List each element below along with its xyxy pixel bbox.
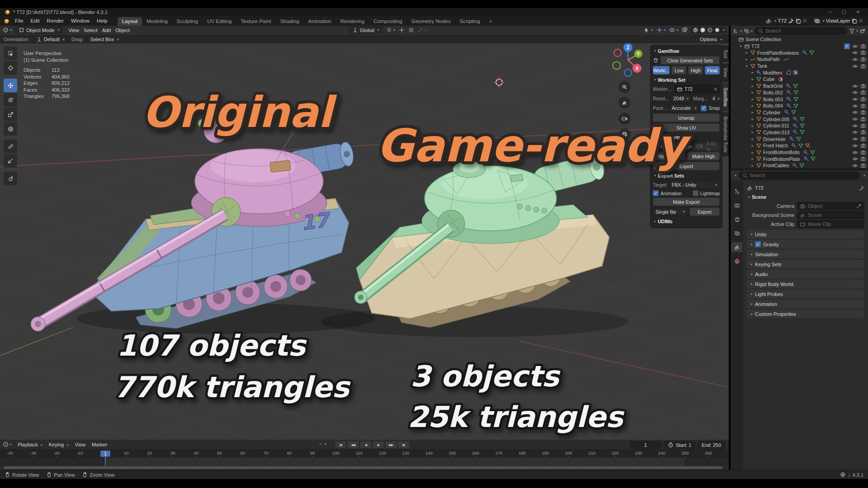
hide-viewport-toggle[interactable] — [852, 150, 858, 155]
outliner-item-bolts-004[interactable]: ▸Bolts.004 — [731, 103, 868, 109]
export-button[interactable]: Export — [689, 207, 720, 216]
viewport-menu-add[interactable]: Add — [100, 28, 113, 33]
shading-wireframe-button[interactable] — [693, 27, 698, 33]
properties-tab-view-layer[interactable] — [731, 228, 742, 238]
margin-dropdown[interactable]: 4▾ — [710, 94, 722, 103]
scene-selector[interactable]: ▾ T72 ✕ — [764, 17, 809, 25]
outliner-item-t72[interactable]: ▾T72✓ — [731, 43, 868, 50]
disable-render-toggle[interactable] — [860, 163, 866, 169]
xray-toggle[interactable] — [682, 27, 688, 33]
outliner-item-driverhole[interactable]: ▸DriverHole — [731, 136, 868, 142]
panel-rigid-body-world[interactable]: ▸Rigid Body World:::: — [747, 280, 864, 288]
tab-uv-editing[interactable]: UV Editing — [203, 17, 236, 26]
disable-render-toggle[interactable] — [860, 83, 866, 89]
new-collection-button[interactable] — [860, 28, 866, 34]
axis-x-negative[interactable] — [614, 49, 621, 56]
disable-render-toggle[interactable] — [860, 96, 866, 102]
tank-original[interactable]: 17 — [31, 118, 375, 334]
tool-rotate-button[interactable] — [4, 93, 17, 107]
outliner-editor-button[interactable]: ▾ — [733, 28, 742, 34]
sidebar-tab-gamiflow[interactable]: Gamiflow — [722, 84, 729, 111]
tool-add-cube-button[interactable] — [4, 172, 17, 185]
sidebar-tab-tool[interactable]: Tool — [722, 46, 729, 62]
hide-viewport-toggle[interactable] — [852, 96, 858, 102]
nav-pan-button[interactable] — [618, 97, 631, 109]
auto-keying-toggle[interactable]: ○▾ — [319, 441, 326, 446]
viewlayer-selector[interactable]: ▾ ViewLayer ✕ — [812, 17, 865, 25]
hide-viewport-toggle[interactable] — [852, 163, 858, 169]
set-button-final[interactable]: Final — [705, 66, 720, 75]
gizmos-dropdown[interactable]: ▾ — [656, 27, 665, 33]
generate-cage-checkbox[interactable] — [653, 144, 659, 150]
properties-tab-output[interactable] — [731, 214, 742, 224]
snap-toggle[interactable]: ▾ — [386, 27, 395, 33]
active-clip-field[interactable]: Movie Clip — [797, 220, 864, 228]
eyedropper-icon[interactable] — [856, 203, 862, 209]
tool-cursor-button[interactable] — [4, 61, 17, 75]
panel-simulation[interactable]: ▸Simulation:::: — [747, 250, 864, 258]
collection-checkbox[interactable]: ✓ — [844, 43, 850, 49]
hide-viewport-toggle[interactable] — [852, 50, 858, 56]
copy-icon[interactable] — [795, 18, 801, 24]
file-mode-dropdown[interactable]: Single file▾ — [653, 208, 688, 216]
shading-solid-button[interactable] — [700, 27, 706, 33]
tank-game-ready[interactable] — [321, 152, 628, 337]
tool-measure-button[interactable] — [4, 154, 17, 168]
tab-modeling[interactable]: Modeling — [142, 17, 172, 26]
snap-target[interactable] — [399, 27, 405, 33]
hide-viewport-toggle[interactable] — [852, 43, 858, 49]
disable-render-toggle[interactable] — [860, 109, 866, 115]
playhead[interactable]: 1 — [100, 450, 110, 457]
disable-render-toggle[interactable] — [860, 56, 866, 62]
hide-viewport-toggle[interactable] — [852, 109, 858, 115]
menu-edit[interactable]: Edit — [27, 17, 43, 24]
navigation-gizmo[interactable]: Z Y X — [610, 41, 646, 77]
hide-viewport-toggle[interactable] — [852, 63, 858, 69]
packing-dropdown[interactable]: Accurate▾ — [669, 104, 699, 112]
add-workspace-button[interactable]: + — [485, 17, 497, 26]
hide-viewport-toggle[interactable] — [852, 103, 858, 109]
outliner-item-cylinder-005[interactable]: ▸Cylinder.005 — [731, 116, 868, 122]
timeline-editor-button[interactable]: ▾ — [3, 441, 12, 447]
camera-field[interactable]: Object — [797, 202, 864, 210]
viewport-3d[interactable]: 17 Original — [0, 26, 729, 440]
hide-viewport-toggle[interactable] — [852, 56, 858, 62]
close-button[interactable]: ✕ — [856, 9, 860, 14]
tab-animation[interactable]: Animation — [304, 17, 336, 26]
axis-y-negative[interactable] — [613, 62, 621, 70]
outliner-item-bolts-002[interactable]: ▸Bolts.002 — [731, 89, 868, 96]
disable-render-toggle[interactable] — [860, 63, 866, 69]
menu-help[interactable]: Help — [93, 17, 111, 24]
trash-icon[interactable] — [653, 57, 659, 63]
filter-dropdown[interactable]: ▾ — [849, 28, 858, 34]
viewport-menu-select[interactable]: Select — [81, 28, 100, 33]
outliner-item-front-hatch[interactable]: ▸Front Hatch2 — [731, 142, 868, 149]
hide-viewport-toggle[interactable] — [852, 123, 858, 129]
panel-units[interactable]: ▸Units:::: — [747, 230, 864, 239]
properties-tab-render[interactable] — [731, 200, 742, 210]
sidebar-tab-view[interactable]: View — [722, 64, 729, 82]
clear-collection-icon[interactable]: ✕ — [713, 86, 717, 92]
outliner-item-backgrid[interactable]: ▸BackGrid — [731, 83, 868, 89]
properties-tab-tool[interactable] — [731, 186, 742, 196]
disable-render-toggle[interactable] — [860, 150, 866, 155]
hide-viewport-toggle[interactable] — [852, 136, 858, 142]
tab-layout[interactable]: Layout — [118, 17, 142, 26]
tool-move-button[interactable] — [4, 79, 17, 92]
outliner-item-nurbspath[interactable]: ▸NurbsPath — [731, 56, 868, 63]
mode-dropdown[interactable]: Object Mode▾ — [15, 26, 62, 34]
minimize-button[interactable]: ─ — [829, 9, 832, 14]
timeline-track[interactable] — [0, 458, 729, 466]
timeline-editor[interactable]: ▾ Playback ▾Keying ▾ViewMarker ○▾ |◀◀◀◀▶… — [0, 440, 729, 470]
display-mode-dropdown[interactable]: ▾ — [744, 28, 753, 34]
menu-render[interactable]: Render — [43, 17, 67, 24]
maximize-button[interactable]: ▢ — [842, 9, 846, 14]
falloff-dropdown[interactable]: ▾ — [418, 27, 427, 33]
panel-gravity[interactable]: ▸✓Gravity:::: — [747, 240, 864, 249]
clear-generated-sets-button[interactable]: Clear Generated Sets — [660, 56, 720, 65]
disable-render-toggle[interactable] — [860, 156, 866, 162]
outliner-item-frontbottomplate[interactable]: ▸FrontBottomPlate — [731, 155, 868, 162]
scene-panel-header[interactable]: ▾Scene :::: — [747, 192, 864, 202]
editor-type-button[interactable]: ▾ — [3, 27, 12, 33]
set-button-worki[interactable]: Worki... — [653, 66, 670, 75]
